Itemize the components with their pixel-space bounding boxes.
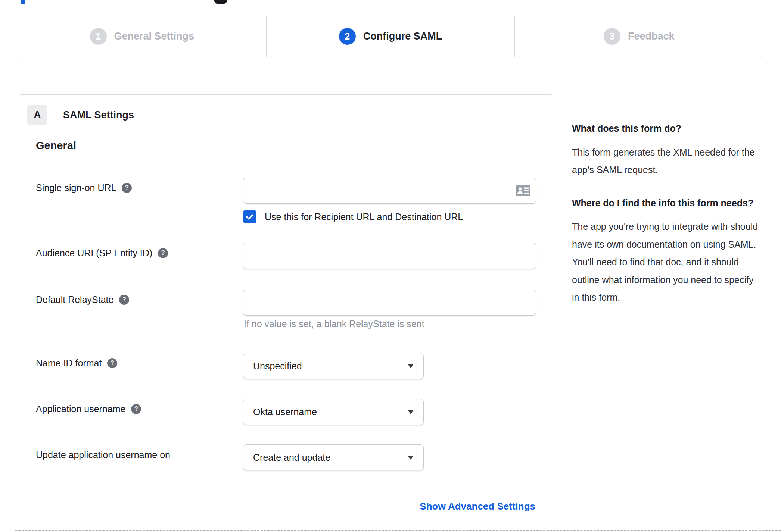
name-id-format-label: Name ID format ? <box>36 357 117 369</box>
single-sign-on-url-input[interactable] <box>243 178 536 204</box>
show-advanced-settings-link[interactable]: Show Advanced Settings <box>420 501 535 512</box>
step-1-label: General Settings <box>114 31 195 42</box>
step-feedback[interactable]: 3 Feedback <box>514 16 763 57</box>
default-relaystate-label: Default RelayState ? <box>36 294 129 306</box>
single-sign-on-url-label: Single sign-on URL ? <box>36 182 132 194</box>
step-3-number-badge: 3 <box>604 28 620 45</box>
help-section-2-body: The app you're trying to integrate with … <box>572 218 762 307</box>
help-icon[interactable]: ? <box>122 183 132 193</box>
audience-uri-label: Audience URI (SP Entity ID) ? <box>36 247 168 259</box>
recipient-url-checkbox-row: Use this for Recipient URL and Destinati… <box>243 210 463 223</box>
update-application-username-label: Update application username on <box>36 449 170 461</box>
audience-uri-input[interactable] <box>243 243 536 269</box>
chevron-down-icon <box>408 364 414 368</box>
general-group-title: General <box>36 140 76 152</box>
step-general-settings[interactable]: 1 General Settings <box>18 16 266 57</box>
wizard-stepper: 1 General Settings 2 Configure SAML 3 Fe… <box>18 16 763 57</box>
card-header: A SAML Settings <box>27 105 134 125</box>
name-id-format-select[interactable]: Unspecified <box>243 353 424 379</box>
help-section-2-title: Where do I find the info this form needs… <box>572 195 762 212</box>
help-icon[interactable]: ? <box>131 404 141 414</box>
cutoff-blue-fragment <box>21 0 25 4</box>
recipient-url-checkbox[interactable] <box>243 210 256 223</box>
help-section-1-body: This form generates the XML needed for t… <box>572 144 762 179</box>
saml-settings-card: A SAML Settings General Single sign-on U… <box>18 94 554 532</box>
update-application-username-select[interactable]: Create and update <box>243 444 424 470</box>
help-icon[interactable]: ? <box>158 248 168 258</box>
application-username-label: Application username ? <box>36 403 141 415</box>
help-icon[interactable]: ? <box>107 358 117 368</box>
help-sidebar: What does this form do? This form genera… <box>572 120 762 322</box>
checkmark-icon <box>245 212 255 222</box>
step-2-number-badge: 2 <box>339 28 356 45</box>
chevron-down-icon <box>408 410 414 414</box>
default-relaystate-input[interactable] <box>243 290 536 316</box>
application-username-select[interactable]: Okta username <box>243 399 424 425</box>
dashed-divider <box>15 530 781 531</box>
chevron-down-icon <box>408 456 414 460</box>
step-1-number-badge: 1 <box>90 28 107 45</box>
step-configure-saml[interactable]: 2 Configure SAML <box>266 16 515 57</box>
cutoff-dark-icon-fragment <box>214 0 227 4</box>
help-section-1-title: What does this form do? <box>572 120 762 137</box>
section-a-badge: A <box>27 105 47 125</box>
help-icon[interactable]: ? <box>119 295 129 305</box>
section-title: SAML Settings <box>63 109 134 121</box>
step-3-label: Feedback <box>628 31 675 42</box>
contact-card-icon[interactable] <box>516 185 530 196</box>
recipient-url-checkbox-label: Use this for Recipient URL and Destinati… <box>265 212 463 222</box>
relaystate-hint: If no value is set, a blank RelayState i… <box>244 319 424 329</box>
step-2-label: Configure SAML <box>363 31 442 42</box>
